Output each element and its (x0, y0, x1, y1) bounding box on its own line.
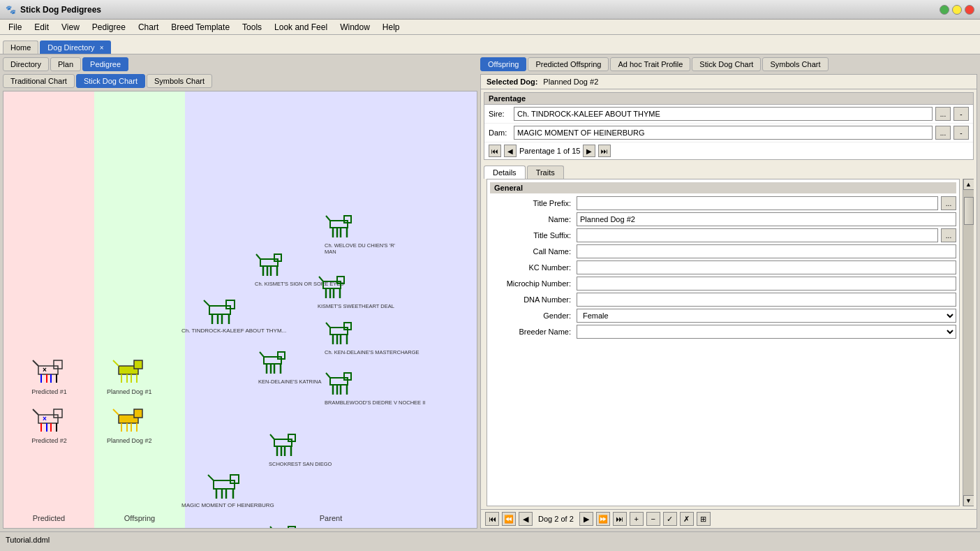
svg-line-25 (113, 409, 119, 415)
menu-edit[interactable]: Edit (29, 21, 54, 34)
tab-right-stick-dog[interactable]: Stick Dog Chart (692, 57, 761, 71)
cancel-edit-btn[interactable]: ✗ (680, 512, 694, 526)
menu-look-and-feel[interactable]: Look and Feel (269, 21, 333, 34)
svg-line-88 (270, 434, 274, 439)
title-prefix-input[interactable] (577, 196, 938, 210)
tab-traits[interactable]: Traits (527, 166, 564, 179)
kc-number-label: KC Number: (490, 263, 574, 272)
svg-text:×: × (43, 415, 47, 423)
right-scrollbar[interactable]: ▲ ▼ (963, 179, 974, 506)
dam-field[interactable] (514, 126, 933, 140)
close-btn[interactable] (965, 5, 974, 15)
tab-adhoc-trait[interactable]: Ad hoc Trait Profile (610, 57, 690, 71)
dam-browse-btn[interactable]: ... (935, 126, 951, 140)
parent-dog-tindrock[interactable]: Ch. TINDROCK-KALEEF ABOUT THYM... (181, 297, 265, 334)
dna-label: DNA Number: (490, 295, 574, 304)
tab-plan[interactable]: Plan (50, 57, 81, 71)
nav-last-bottom-btn[interactable]: ⏭ (613, 512, 627, 526)
microchip-input[interactable] (577, 277, 956, 291)
nav-fwd-btn[interactable]: ▶ (579, 512, 593, 526)
confirm-btn[interactable]: ✓ (663, 512, 677, 526)
menu-help[interactable]: Help (377, 21, 406, 34)
maximize-btn[interactable] (940, 5, 949, 15)
scroll-down-btn[interactable]: ▼ (963, 495, 974, 506)
scroll-up-btn[interactable]: ▲ (963, 179, 974, 190)
breeder-select[interactable] (577, 325, 956, 339)
sire-field[interactable] (514, 107, 933, 121)
nav-fwd2-btn[interactable]: ⏩ (596, 512, 610, 526)
tab-details[interactable]: Details (484, 166, 526, 179)
ken-master-label: Ch. KEN-DELAINE'S MASTERCHARGE (325, 349, 420, 355)
svg-rect-58 (323, 281, 341, 288)
tab-pedigree[interactable]: Pedigree (82, 57, 128, 71)
parent-welove[interactable]: Ch. WELOVE DU CHIEN'S 'R' MAN (325, 214, 401, 255)
tab-close-icon[interactable]: × (100, 44, 104, 52)
menu-chart[interactable]: Chart (133, 21, 164, 34)
predicted-dog-1[interactable]: × Predicted #1 (30, 353, 68, 395)
menu-file[interactable]: File (3, 21, 27, 34)
parent-ken-master[interactable]: Ch. KEN-DELAINE'S MASTERCHARGE (325, 321, 420, 355)
predicted-dog-2[interactable]: × Predicted #2 (30, 402, 68, 444)
nav-next-btn[interactable]: ▶ (583, 145, 595, 157)
scroll-thumb[interactable] (964, 197, 974, 225)
dna-row: DNA Number: (490, 293, 956, 307)
parent-dog-magic[interactable]: MAGIC MOMENT OF HEINERBURG (181, 472, 274, 508)
nav-back-btn[interactable]: ◀ (519, 512, 533, 526)
selected-dog-row: Selected Dog: Planned Dog #2 (481, 75, 977, 89)
tab-symbols-chart[interactable]: Symbols Chart (147, 74, 212, 88)
tab-directory[interactable]: Directory (3, 57, 49, 71)
name-label: Name: (490, 215, 574, 223)
menu-pedigree[interactable]: Pedigree (87, 21, 131, 34)
gender-select[interactable]: Female Male (577, 309, 956, 323)
nav-prev2-btn[interactable]: ⏪ (502, 512, 516, 526)
call-name-input[interactable] (577, 244, 956, 258)
svg-rect-30 (209, 306, 230, 314)
menu-window[interactable]: Window (334, 21, 376, 34)
title-prefix-label: Title Prefix: (490, 199, 574, 207)
sire-browse-btn[interactable]: ... (935, 107, 951, 121)
title-suffix-btn[interactable]: ... (941, 228, 956, 242)
parent-schok[interactable]: SCHOKREST SAN DIEGO (269, 432, 332, 467)
breeder-label: Breeder Name: (490, 328, 574, 336)
tab-right-symbols[interactable]: Symbols Chart (762, 57, 828, 71)
planned-dog-1[interactable]: Planned Dog #1 (107, 353, 152, 395)
title-suffix-input[interactable] (577, 228, 938, 242)
parent-ken-kat[interactable]: KEN-DELAINE'S KATRINA (258, 350, 321, 385)
tab-stick-dog-chart[interactable]: Stick Dog Chart (76, 74, 145, 88)
grid-view-btn[interactable]: ⊞ (697, 512, 711, 526)
nav-prev-btn[interactable]: ◀ (504, 145, 517, 157)
dna-input[interactable] (577, 293, 956, 307)
add-record-btn[interactable]: + (630, 512, 644, 526)
offspring-column-bg (94, 91, 185, 528)
svg-line-74 (260, 352, 264, 357)
menu-view[interactable]: View (56, 21, 85, 34)
name-input[interactable] (577, 212, 956, 226)
sire-label: Sire: (489, 110, 511, 118)
tab-dog-directory[interactable]: Dog Directory × (40, 41, 111, 54)
tab-traditional-chart[interactable]: Traditional Chart (3, 74, 75, 88)
title-prefix-row: Title Prefix: ... (490, 196, 956, 210)
parent-kismet-sweet[interactable]: KISMET'S SWEETHEART DEAL (318, 274, 394, 309)
svg-line-81 (326, 373, 330, 378)
tab-home[interactable]: Home (3, 41, 38, 54)
title-prefix-btn[interactable]: ... (941, 196, 956, 210)
minimize-btn[interactable] (952, 5, 962, 15)
parent-hein[interactable]: HEINERBURG'S AMOR V CARTEL (269, 524, 352, 529)
menu-breed-template[interactable]: Breed Template (165, 21, 235, 34)
dam-clear-btn[interactable]: - (953, 126, 969, 140)
planned-dog-2[interactable]: Planned Dog #2 (107, 402, 152, 444)
kc-number-input[interactable] (577, 260, 956, 274)
predicted2-label: Predicted #2 (30, 437, 68, 444)
selected-dog-value: Planned Dog #2 (543, 78, 598, 86)
parent-bramble[interactable]: BRAMBLEWOOD'S DIEDRE V NOCHEE II (325, 371, 425, 406)
nav-first-bottom-btn[interactable]: ⏮ (485, 512, 499, 526)
menu-tools[interactable]: Tools (237, 21, 267, 34)
title-suffix-row: Title Suffix: ... (490, 228, 956, 242)
tab-offspring[interactable]: Offspring (480, 57, 526, 71)
tab-predicted-offspring[interactable]: Predicted Offspring (528, 57, 609, 71)
sire-clear-btn[interactable]: - (953, 107, 969, 121)
nav-first-btn[interactable]: ⏮ (489, 145, 501, 157)
delete-record-btn[interactable]: − (646, 512, 660, 526)
nav-last-btn[interactable]: ⏭ (598, 145, 611, 157)
sire-row: Sire: ... - (484, 105, 973, 124)
